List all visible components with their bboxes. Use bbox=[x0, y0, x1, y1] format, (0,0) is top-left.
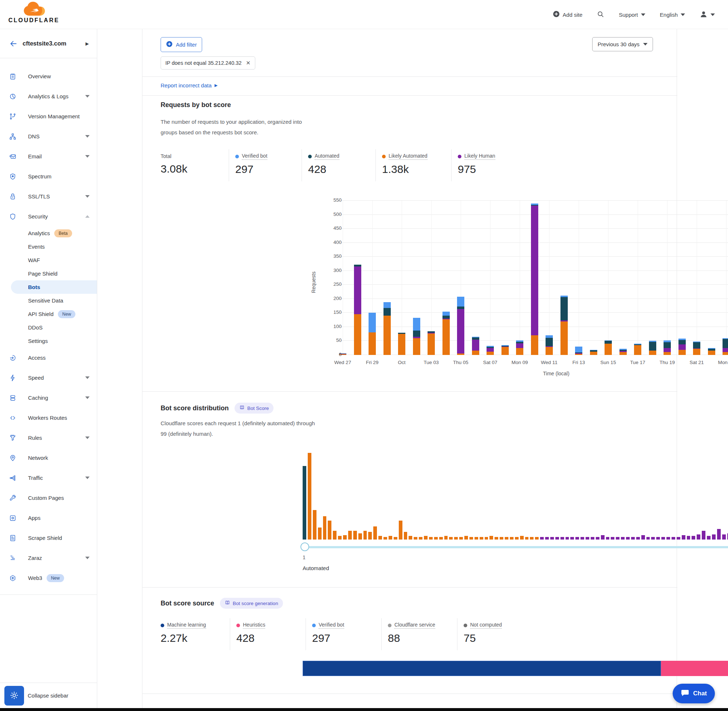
histogram-bar-score-11[interactable] bbox=[353, 531, 357, 540]
stacked-bar[interactable] bbox=[678, 339, 686, 355]
histogram-bar-score-14[interactable] bbox=[368, 532, 372, 540]
histogram-bar-score-77[interactable] bbox=[687, 536, 691, 540]
histogram-bar-score-2[interactable] bbox=[308, 453, 312, 540]
sidebar-item-spectrum[interactable]: Spectrum bbox=[0, 167, 97, 186]
histogram-bar-score-47[interactable] bbox=[535, 537, 539, 540]
add-filter-button[interactable]: Add filter bbox=[161, 37, 202, 52]
histogram-bar-score-49[interactable] bbox=[545, 537, 549, 540]
sidebar-item-caching[interactable]: Caching bbox=[0, 388, 97, 408]
histogram-bar-score-31[interactable] bbox=[454, 537, 458, 540]
stacked-bar[interactable] bbox=[413, 318, 420, 355]
histogram-bar-score-22[interactable] bbox=[409, 536, 412, 540]
stacked-bar[interactable] bbox=[663, 341, 671, 355]
add-site-button[interactable]: Add site bbox=[553, 10, 582, 19]
sidebar-item-bots[interactable]: Bots bbox=[11, 280, 97, 294]
histogram-bar-score-60[interactable] bbox=[601, 535, 604, 540]
histogram-bar-score-48[interactable] bbox=[540, 537, 544, 540]
sidebar-item-analytics-logs[interactable]: Analytics & Logs bbox=[0, 86, 97, 106]
histogram-bar-score-21[interactable] bbox=[404, 532, 408, 540]
sidebar-item-ssl-tls[interactable]: SSL/TLS bbox=[0, 186, 97, 207]
sidebar-item-waf[interactable]: WAF bbox=[0, 254, 97, 267]
support-menu[interactable]: Support bbox=[619, 12, 645, 18]
histogram-bar-score-25[interactable] bbox=[424, 536, 428, 540]
histogram-bar-score-23[interactable] bbox=[414, 537, 417, 540]
stacked-bar[interactable] bbox=[590, 350, 597, 355]
histogram-bar-score-76[interactable] bbox=[682, 535, 685, 540]
histogram-bar-score-61[interactable] bbox=[606, 537, 610, 540]
stacked-bar[interactable] bbox=[604, 341, 612, 355]
histogram-bar-score-54[interactable] bbox=[570, 537, 574, 540]
date-range-dropdown[interactable]: Previous 30 days bbox=[592, 37, 653, 51]
histogram-bar-score-26[interactable] bbox=[429, 537, 433, 540]
histogram-bar-score-42[interactable] bbox=[510, 537, 514, 540]
histogram-bar-score-13[interactable] bbox=[363, 531, 367, 540]
stacked-bar[interactable] bbox=[384, 302, 391, 355]
histogram-bar-score-9[interactable] bbox=[343, 535, 347, 540]
histogram-bar-score-18[interactable] bbox=[388, 536, 392, 540]
stacked-bar[interactable] bbox=[561, 296, 568, 355]
histogram-bar-score-58[interactable] bbox=[591, 537, 594, 540]
score-slider-track[interactable] bbox=[303, 546, 728, 548]
histogram-bar-score-59[interactable] bbox=[596, 537, 600, 540]
histogram-bar-score-43[interactable] bbox=[515, 537, 518, 540]
stacked-bar[interactable] bbox=[649, 341, 656, 355]
histogram-bar-score-34[interactable] bbox=[470, 537, 473, 540]
stacked-bar[interactable] bbox=[428, 331, 435, 355]
histogram-bar-score-41[interactable] bbox=[505, 537, 508, 540]
sidebar-item-speed[interactable]: Speed bbox=[0, 368, 97, 388]
histogram-bar-score-68[interactable] bbox=[641, 535, 645, 540]
stacked-bar[interactable] bbox=[575, 347, 582, 355]
histogram-bar-score-78[interactable] bbox=[692, 536, 695, 540]
sidebar-item-overview[interactable]: Overview bbox=[0, 66, 97, 86]
histogram-bar-score-17[interactable] bbox=[384, 537, 387, 540]
histogram-bar-score-32[interactable] bbox=[459, 537, 463, 540]
language-menu[interactable]: English bbox=[660, 12, 685, 18]
histogram-bar-score-30[interactable] bbox=[449, 537, 453, 540]
account-menu[interactable] bbox=[700, 10, 715, 19]
sidebar-item-dns[interactable]: DNS bbox=[0, 126, 97, 146]
stacked-bar[interactable] bbox=[708, 348, 715, 355]
histogram-bar-score-46[interactable] bbox=[530, 537, 533, 540]
histogram-bar-score-29[interactable] bbox=[444, 536, 448, 540]
stacked-bar[interactable] bbox=[546, 335, 553, 355]
histogram-bar-score-15[interactable] bbox=[373, 527, 377, 540]
histogram-bar-score-33[interactable] bbox=[464, 536, 468, 540]
stacked-bar[interactable] bbox=[531, 204, 538, 355]
histogram-bar-score-12[interactable] bbox=[358, 533, 362, 540]
stacked-bar[interactable] bbox=[369, 313, 376, 355]
bot-score-badge[interactable]: Bot Score bbox=[235, 403, 273, 413]
histogram-bar-score-19[interactable] bbox=[394, 537, 397, 540]
histogram-bar-score-24[interactable] bbox=[419, 537, 422, 540]
histogram-bar-score-71[interactable] bbox=[656, 537, 660, 540]
sidebar-item-workers-routes[interactable]: Workers Routes bbox=[0, 408, 97, 428]
histogram-bar-score-69[interactable] bbox=[647, 537, 650, 540]
histogram-bar-score-56[interactable] bbox=[580, 537, 584, 540]
sidebar-item-rules[interactable]: Rules bbox=[0, 428, 97, 448]
sidebar-item-traffic[interactable]: Traffic bbox=[0, 468, 97, 488]
stacked-bar[interactable] bbox=[502, 345, 509, 355]
filter-chip[interactable]: IP does not equal 35.212.240.32 ✕ bbox=[161, 56, 255, 69]
sidebar-item-events[interactable]: Events bbox=[0, 240, 97, 254]
histogram-bar-score-45[interactable] bbox=[525, 537, 529, 540]
site-switcher[interactable]: cftestsite3.com ▶ bbox=[0, 29, 97, 58]
histogram-bar-score-57[interactable] bbox=[586, 537, 589, 540]
settings-gear-button[interactable] bbox=[4, 686, 24, 705]
histogram-bar-score-74[interactable] bbox=[672, 537, 675, 540]
sidebar-item-email[interactable]: Email bbox=[0, 146, 97, 167]
histogram-bar-score-73[interactable] bbox=[666, 537, 670, 540]
sidebar-item-custom-pages[interactable]: Custom Pages bbox=[0, 488, 97, 508]
sidebar-item-zaraz[interactable]: Zaraz bbox=[0, 548, 97, 568]
histogram-bar-score-36[interactable] bbox=[480, 537, 483, 540]
histogram-bar-score-79[interactable] bbox=[697, 534, 700, 540]
histogram-bar-score-51[interactable] bbox=[555, 537, 559, 540]
histogram-bar-score-81[interactable] bbox=[707, 536, 710, 540]
histogram-bar-score-67[interactable] bbox=[636, 537, 640, 540]
sidebar-item-network[interactable]: Network bbox=[0, 448, 97, 468]
histogram-bar-score-7[interactable] bbox=[333, 531, 337, 540]
sidebar-item-version-management[interactable]: Version Management bbox=[0, 106, 97, 126]
collapse-sidebar-button[interactable]: Collapse sidebar bbox=[28, 692, 68, 699]
score-slider-handle-min[interactable] bbox=[300, 543, 309, 551]
histogram-bar-score-38[interactable] bbox=[489, 536, 493, 540]
stacked-bar[interactable] bbox=[354, 265, 361, 355]
bot-score-generation-badge[interactable]: Bot score generation bbox=[220, 598, 283, 609]
